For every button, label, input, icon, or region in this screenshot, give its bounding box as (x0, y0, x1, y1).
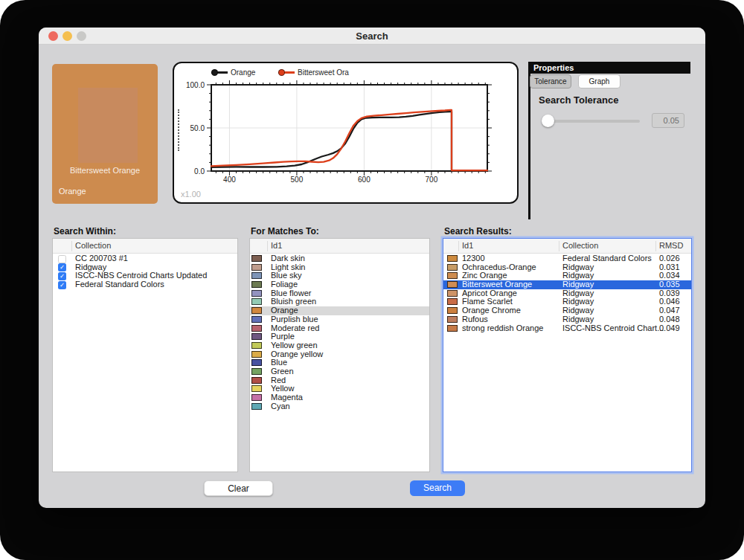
preview-inner-label: Bittersweet Orange (52, 166, 158, 175)
color-swatch (447, 325, 458, 332)
results-header: Id1 Collection RMSD (443, 239, 691, 254)
legend-item-bittersweet: Bittersweet Ora (278, 68, 349, 77)
section-label-search-within: Search Within: (54, 226, 116, 236)
result-row[interactable]: Bittersweet OrangeRidgway0.035 (443, 280, 691, 289)
tolerance-value-field[interactable]: 0.05 (652, 113, 684, 128)
legend-marker-icon (278, 71, 295, 74)
column-header-results-collection: Collection (562, 241, 598, 250)
match-label: Foliage (271, 280, 298, 289)
result-rmsd: 0.026 (659, 254, 680, 263)
match-row[interactable]: Yellow green (250, 341, 429, 350)
match-label: Magenta (271, 393, 303, 402)
result-row[interactable]: strong reddish OrangeISCC-NBS Centroid C… (443, 324, 691, 333)
y-axis-title-dots (178, 109, 179, 151)
search-within-header: Collection (53, 239, 237, 254)
titlebar[interactable]: Search (39, 28, 705, 45)
result-id1: strong reddish Orange (462, 324, 543, 333)
color-swatch (447, 272, 458, 279)
result-collection: ISCC-NBS Centroid Chart... (562, 324, 664, 333)
result-collection: Ridgway (562, 315, 594, 324)
search-within-panel: Collection CC 200703 #1✓Ridgway✓ISCC-NBS… (52, 238, 238, 472)
checkbox-unchecked-icon[interactable] (58, 255, 66, 263)
section-label-matches: For Matches To: (251, 226, 319, 236)
section-label-results: Search Results: (444, 226, 512, 236)
match-row[interactable]: Green (250, 367, 429, 376)
search-tolerance-label: Search Tolerance (539, 94, 618, 106)
zoom-button[interactable] (77, 31, 86, 41)
minimize-button[interactable] (62, 31, 72, 41)
match-label: Cyan (271, 402, 290, 411)
result-rmsd: 0.049 (659, 324, 680, 333)
color-swatch (251, 264, 262, 271)
checkbox-checked-icon[interactable]: ✓ (58, 272, 66, 280)
result-collection: Federal Standard Colors (562, 254, 652, 263)
app-window: Search Bittersweet Orange Orange 0.050.0… (39, 28, 705, 508)
color-swatch (251, 255, 262, 262)
result-row[interactable]: 12300Federal Standard Colors0.026 (443, 254, 691, 263)
tolerance-slider-track[interactable] (549, 120, 640, 123)
properties-header: Properties (528, 62, 690, 74)
color-swatch (251, 359, 262, 366)
color-swatch (251, 290, 262, 297)
color-swatch (251, 351, 262, 358)
color-swatch (447, 255, 458, 262)
tab-tolerance[interactable]: Tolerance (530, 74, 571, 88)
legend-label: Bittersweet Ora (298, 68, 349, 77)
matches-panel: Id1 Dark skinLight skinBlue skyFoliageBl… (249, 238, 430, 472)
color-swatch (251, 377, 262, 384)
chart-legend: Orange Bittersweet Ora (174, 68, 517, 79)
legend-marker-icon (211, 71, 228, 74)
legend-item-orange: Orange (211, 68, 255, 77)
column-header-id1: Id1 (271, 241, 282, 250)
collection-row[interactable]: CC 200703 #1 (53, 254, 237, 263)
color-swatch (251, 342, 262, 349)
color-swatch (447, 281, 458, 288)
collection-label: CC 200703 #1 (75, 254, 128, 263)
svg-text:700: 700 (425, 176, 437, 184)
search-button[interactable]: Search (410, 480, 465, 496)
match-label: Purplish blue (271, 315, 318, 324)
checkbox-checked-icon[interactable]: ✓ (58, 281, 66, 289)
color-swatch (251, 325, 262, 332)
chart-scale-note: x1.00 (181, 190, 201, 199)
match-row[interactable]: Cyan (250, 402, 429, 411)
match-row[interactable]: Purplish blue (250, 315, 429, 324)
tab-graph[interactable]: Graph (578, 74, 620, 88)
results-panel: Id1 Collection RMSD 12300Federal Standar… (443, 238, 692, 472)
color-swatch (251, 403, 262, 410)
color-swatch (251, 272, 262, 279)
result-rmsd: 0.035 (659, 280, 680, 289)
matches-header: Id1 (250, 239, 429, 254)
color-swatch (251, 307, 262, 314)
clear-button[interactable]: Clear (204, 480, 273, 496)
column-header-results-id1: Id1 (462, 241, 473, 250)
color-swatch (251, 298, 262, 305)
search-within-rows: CC 200703 #1✓Ridgway✓ISCC-NBS Centroid C… (53, 254, 237, 289)
collection-label: Federal Standard Colors (75, 280, 164, 289)
collection-row[interactable]: ✓Federal Standard Colors (53, 280, 237, 289)
preview-outer-label: Orange (59, 187, 86, 196)
match-label: Yellow green (271, 341, 318, 350)
match-row[interactable]: Dark skin (250, 254, 429, 263)
svg-text:0.0: 0.0 (194, 167, 205, 175)
preview-inner-swatch (78, 88, 138, 163)
svg-text:50.0: 50.0 (190, 123, 205, 132)
result-collection: Ridgway (562, 280, 594, 289)
tolerance-slider-thumb[interactable] (542, 115, 554, 127)
svg-text:600: 600 (358, 176, 371, 184)
match-label: Dark skin (271, 254, 305, 263)
color-preview-card: Bittersweet Orange Orange (52, 64, 158, 204)
result-rmsd: 0.048 (659, 315, 680, 324)
result-row[interactable]: RufousRidgway0.048 (443, 315, 691, 324)
color-swatch (251, 368, 262, 375)
close-button[interactable] (48, 31, 58, 41)
color-swatch (447, 307, 458, 314)
svg-text:500: 500 (290, 176, 303, 184)
match-row[interactable]: Magenta (250, 393, 429, 402)
match-row[interactable]: Foliage (250, 280, 429, 289)
color-swatch (447, 264, 458, 271)
matches-rows: Dark skinLight skinBlue skyFoliageBlue f… (250, 254, 429, 411)
results-rows: 12300Federal Standard Colors0.026Ochrace… (443, 254, 691, 332)
checkbox-checked-icon[interactable]: ✓ (58, 263, 66, 271)
result-id1: 12300 (462, 254, 485, 263)
